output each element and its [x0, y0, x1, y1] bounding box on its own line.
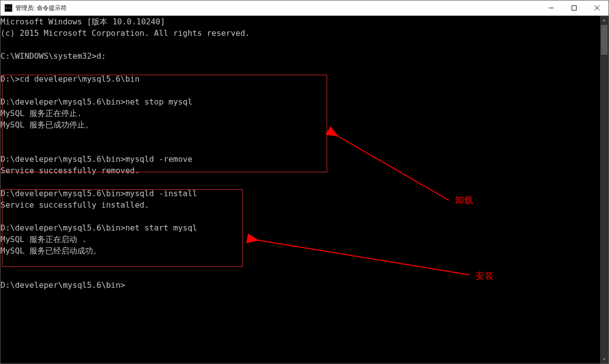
minimize-icon — [549, 5, 554, 10]
terminal-output: Microsoft Windows [版本 10.0.10240] (c) 20… — [0, 16, 250, 291]
annotation-label-install: 安装 — [476, 270, 493, 282]
terminal-line: MySQL 服务已成功停止。 — [0, 120, 93, 129]
maximize-button[interactable] — [563, 0, 586, 15]
terminal-line: C:\WINDOWS\system32>d: — [0, 51, 106, 61]
terminal-line: Service successfully removed. — [0, 166, 139, 175]
terminal-line: D:\develeper\mysql5.6\bin>net stop mysql — [0, 97, 192, 107]
vertical-scrollbar[interactable]: ▲ ▼ — [600, 16, 609, 364]
terminal-line: D:\develeper\mysql5.6\bin> — [0, 280, 125, 290]
cmd-icon — [4, 4, 12, 12]
scroll-down-arrow-icon[interactable]: ▼ — [600, 355, 609, 364]
titlebar[interactable]: 管理员: 命令提示符 — [0, 0, 609, 16]
scroll-up-arrow-icon[interactable]: ▲ — [600, 16, 609, 24]
terminal-line: (c) 2015 Microsoft Corporation. All righ… — [0, 28, 250, 38]
minimize-button[interactable] — [540, 0, 563, 15]
terminal-line: D:\develeper\mysql5.6\bin>net start mysq… — [0, 223, 197, 233]
terminal-line: MySQL 服务已经启动成功。 — [0, 246, 101, 255]
close-icon — [595, 5, 600, 10]
terminal-line: Microsoft Windows [版本 10.0.10240] — [0, 17, 165, 26]
maximize-icon — [572, 5, 577, 10]
annotation-label-uninstall: 卸载 — [455, 194, 473, 206]
terminal-area[interactable]: Microsoft Windows [版本 10.0.10240] (c) 20… — [0, 16, 609, 364]
command-prompt-window: 管理员: 命令提示符 Microsoft Windows [版本 10.0.10… — [0, 0, 609, 364]
window-title: 管理员: 命令提示符 — [15, 4, 67, 12]
terminal-line: MySQL 服务正在停止. — [0, 109, 82, 118]
svg-line-5 — [337, 135, 449, 200]
svg-line-7 — [257, 240, 470, 275]
terminal-line: Service successfully installed. — [0, 200, 149, 210]
scroll-thumb[interactable] — [601, 25, 608, 55]
terminal-line: MySQL 服务正在启动 . — [0, 235, 87, 244]
terminal-line: D:\develeper\mysql5.6\bin>mysqld -instal… — [0, 189, 197, 198]
terminal-line: D:\>cd develeper\mysql5.6\bin — [0, 74, 139, 84]
terminal-line: D:\develeper\mysql5.6\bin>mysqld -remove — [0, 154, 192, 164]
svg-rect-1 — [572, 6, 577, 10]
close-button[interactable] — [586, 0, 609, 15]
